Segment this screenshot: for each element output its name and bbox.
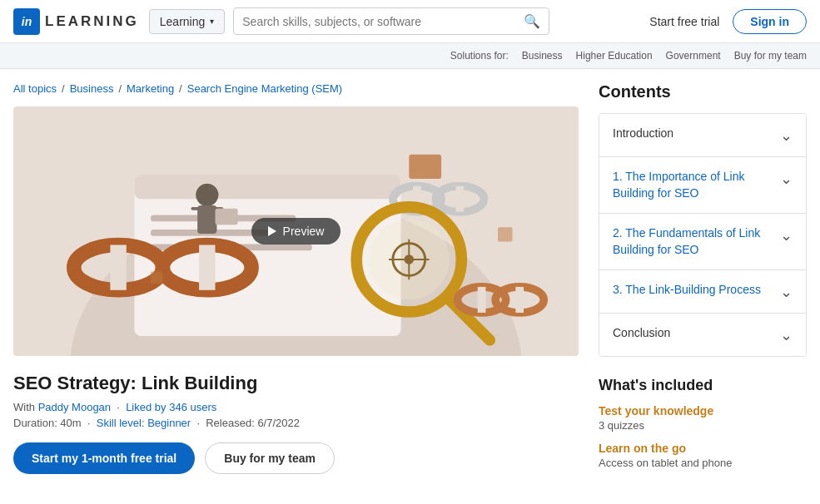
- chevron-down-icon: ⌄: [780, 283, 793, 301]
- breadcrumb-sem[interactable]: Search Engine Marketing (SEM): [187, 82, 342, 95]
- chevron-down-icon: ⌄: [780, 326, 793, 344]
- header-right: Start free trial Sign in: [649, 9, 807, 34]
- svg-rect-29: [515, 287, 524, 313]
- included-item-mobile-desc: Access on tablet and phone: [599, 457, 807, 469]
- start-trial-button[interactable]: Start my 1-month free trial: [13, 442, 195, 474]
- right-column: Contents Introduction ⌄ 1. The Importanc…: [599, 82, 807, 479]
- search-bar: 🔍: [233, 7, 549, 35]
- contents-item-label: 1. The Importance of Link Building for S…: [613, 169, 773, 201]
- svg-rect-12: [110, 245, 126, 289]
- course-title: SEO Strategy: Link Building: [13, 373, 579, 394]
- contents-list: Introduction ⌄ 1. The Importance of Link…: [599, 113, 807, 357]
- duration-text: Duration: 40m: [13, 417, 82, 429]
- included-item-quizzes: Test your knowledge 3 quizzes: [599, 404, 807, 432]
- logo-area: in LEARNING: [13, 8, 139, 35]
- breadcrumb-business[interactable]: Business: [70, 82, 114, 95]
- svg-rect-30: [409, 155, 441, 179]
- svg-rect-3: [135, 175, 401, 199]
- solutions-buy-link[interactable]: Buy for my team: [734, 50, 807, 62]
- solutions-label: Solutions for:: [450, 50, 509, 62]
- contents-item-introduction[interactable]: Introduction ⌄: [599, 114, 806, 157]
- svg-rect-31: [151, 272, 163, 284]
- breadcrumb-marketing[interactable]: Marketing: [127, 82, 174, 95]
- included-item-mobile: Learn on the go Access on tablet and pho…: [599, 442, 807, 469]
- contents-title: Contents: [599, 82, 807, 101]
- contents-item-importance[interactable]: 1. The Importance of Link Building for S…: [599, 157, 806, 214]
- contents-item-fundamentals[interactable]: 2. The Fundamentals of Link Building for…: [599, 214, 806, 270]
- contents-item-label: 2. The Fundamentals of Link Building for…: [613, 225, 773, 258]
- learning-dropdown[interactable]: Learning ▾: [149, 9, 226, 34]
- instructor-link[interactable]: Paddy Moogan: [38, 401, 111, 413]
- contents-item-label: Introduction: [613, 126, 773, 142]
- buy-for-team-button[interactable]: Buy for my team: [205, 442, 335, 474]
- included-item-quizzes-title: Test your knowledge: [599, 404, 807, 418]
- solutions-business-link[interactable]: Business: [522, 50, 563, 62]
- svg-rect-27: [478, 287, 486, 313]
- left-column: All topics / Business / Marketing / Sear…: [13, 82, 579, 479]
- solutions-higher-ed-link[interactable]: Higher Education: [576, 50, 653, 62]
- chevron-down-icon: ⌄: [780, 126, 793, 145]
- solutions-government-link[interactable]: Government: [666, 50, 721, 62]
- breadcrumb: All topics / Business / Marketing / Sear…: [13, 82, 579, 95]
- svg-rect-32: [498, 227, 512, 241]
- course-meta-instructor: With Paddy Moogan · Liked by 346 users: [13, 401, 579, 413]
- chevron-down-icon: ⌄: [780, 226, 793, 245]
- svg-point-7: [196, 184, 218, 206]
- liked-count: Liked by 346 users: [126, 401, 216, 413]
- svg-rect-18: [456, 186, 465, 212]
- svg-rect-14: [199, 245, 215, 289]
- cta-buttons: Start my 1-month free trial Buy for my t…: [13, 442, 579, 474]
- preview-button[interactable]: Preview: [251, 218, 341, 245]
- contents-item-conclusion[interactable]: Conclusion ⌄: [599, 314, 806, 356]
- chevron-down-icon: ⌄: [780, 170, 793, 188]
- breadcrumb-all-topics[interactable]: All topics: [13, 82, 57, 95]
- play-icon: [268, 226, 276, 236]
- whats-included-title: What's included: [599, 377, 807, 394]
- main-content: All topics / Business / Marketing / Sear…: [0, 69, 820, 492]
- search-icon[interactable]: 🔍: [524, 13, 540, 29]
- header: in LEARNING Learning ▾ 🔍 Start free tria…: [0, 0, 820, 43]
- sign-in-button[interactable]: Sign in: [733, 9, 807, 34]
- course-meta-details: Duration: 40m · Skill level: Beginner · …: [13, 417, 579, 429]
- contents-item-process[interactable]: 3. The Link-Building Process ⌄: [599, 270, 806, 314]
- course-image: Preview: [13, 106, 579, 356]
- solutions-bar: Solutions for: Business Higher Education…: [0, 43, 820, 69]
- start-free-trial-button[interactable]: Start free trial: [649, 15, 719, 28]
- included-item-mobile-title: Learn on the go: [599, 442, 807, 455]
- contents-item-label: 3. The Link-Building Process: [613, 282, 773, 299]
- linkedin-logo-icon: in: [13, 8, 40, 35]
- logo-text: LEARNING: [45, 13, 139, 30]
- skill-level-link[interactable]: Skill level: Beginner: [97, 417, 191, 429]
- contents-item-label: Conclusion: [613, 325, 773, 342]
- svg-rect-10: [216, 209, 238, 225]
- released-text: Released: 6/7/2022: [206, 417, 300, 429]
- chevron-down-icon: ▾: [210, 17, 214, 26]
- included-item-quizzes-desc: 3 quizzes: [599, 419, 807, 432]
- search-input[interactable]: [242, 15, 524, 28]
